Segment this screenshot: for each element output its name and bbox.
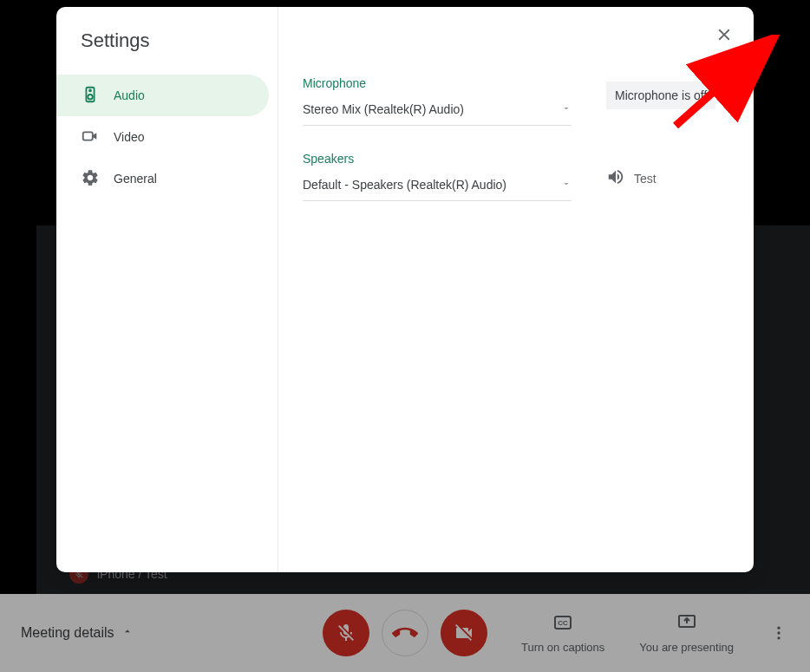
settings-content: Microphone Stereo Mix (Realtek(R) Audio)… [278,7,754,572]
microphone-selected: Stereo Mix (Realtek(R) Audio) [303,102,464,116]
svg-point-7 [88,95,93,100]
sidebar-item-label: Audio [114,88,145,102]
speakers-selected: Default - Speakers (Realtek(R) Audio) [303,178,506,192]
svg-point-8 [89,89,91,91]
settings-title: Settings [56,29,278,75]
sidebar-item-general[interactable]: General [56,158,269,199]
test-speakers-button[interactable]: Test [606,167,656,189]
sidebar-item-label: General [114,172,157,186]
settings-sidebar: Settings Audio Video General [56,7,278,572]
svg-rect-9 [83,132,93,140]
sidebar-item-label: Video [114,130,145,144]
microphone-section: Microphone Stereo Mix (Realtek(R) Audio)… [303,76,729,126]
gear-icon [81,168,100,190]
speakers-section: Speakers Default - Speakers (Realtek(R) … [303,152,729,201]
close-icon [715,25,734,48]
settings-modal: Settings Audio Video General [56,7,754,572]
close-button[interactable] [707,19,741,54]
video-icon [81,127,100,148]
caret-down-icon [561,178,572,192]
microphone-status: Microphone is off [606,82,715,109]
microphone-dropdown[interactable]: Stereo Mix (Realtek(R) Audio) [303,97,572,126]
sidebar-item-video[interactable]: Video [56,116,269,158]
microphone-label: Microphone [303,76,572,90]
speakers-label: Speakers [303,152,572,166]
test-label: Test [634,172,656,186]
sidebar-item-audio[interactable]: Audio [56,75,269,116]
speaker-icon [81,85,100,107]
speakers-dropdown[interactable]: Default - Speakers (Realtek(R) Audio) [303,173,572,201]
caret-down-icon [561,102,572,116]
volume-icon [606,167,625,189]
